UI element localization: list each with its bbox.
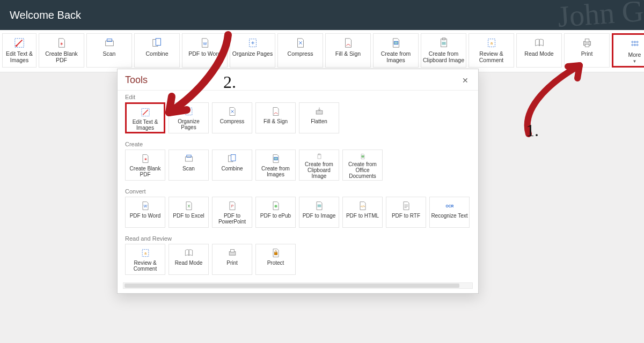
- card-recognize-text[interactable]: OCRRecognize Text: [429, 197, 470, 228]
- section-convert: Convert WPDF to Word XPDF to Excel PPDF …: [118, 185, 478, 232]
- svg-rect-3: [105, 41, 113, 46]
- pdf-to-word-icon: W: [199, 37, 211, 49]
- pdf-to-excel-icon: X: [183, 200, 195, 211]
- svg-rect-36: [318, 154, 320, 155]
- annotation-step-1: 1.: [526, 121, 539, 140]
- chevron-down-icon: ▼: [633, 59, 637, 64]
- flatten-icon: [313, 106, 325, 117]
- card-pdf-to-image[interactable]: PDF to Image: [299, 197, 339, 228]
- svg-rect-9: [394, 41, 398, 44]
- scan-icon: [103, 37, 116, 49]
- svg-point-23: [636, 44, 638, 46]
- pdf-to-html-icon: </>: [357, 200, 369, 211]
- card-organize-pages[interactable]: Organize Pages: [169, 102, 209, 133]
- svg-text:a: a: [144, 251, 147, 255]
- card-pdf-to-word[interactable]: WPDF to Word: [125, 197, 165, 228]
- blank-pdf-icon: ✶: [55, 37, 68, 49]
- tool-edit-text-images[interactable]: Edit Text & Images: [2, 33, 36, 68]
- section-edit: Edit Edit Text & Images Organize Pages C…: [118, 91, 478, 138]
- print-icon: [226, 248, 238, 258]
- create-images-icon: [270, 153, 282, 164]
- review-comment-icon: a: [140, 248, 151, 258]
- card-edit-text-images[interactable]: Edit Text & Images: [125, 102, 165, 133]
- card-compress[interactable]: Compress: [212, 102, 252, 133]
- card-fill-sign[interactable]: Fill & Sign: [255, 102, 296, 133]
- svg-text:a: a: [490, 41, 493, 46]
- svg-text:OCR: OCR: [445, 204, 453, 208]
- fill-sign-icon: [270, 106, 282, 117]
- svg-point-21: [632, 44, 633, 46]
- svg-rect-11: [442, 38, 445, 40]
- svg-text:X: X: [187, 204, 190, 208]
- popup-header: Tools ✕: [118, 69, 478, 91]
- card-create-from-clipboard[interactable]: Create from Clipboard Image: [299, 150, 339, 181]
- svg-rect-17: [585, 44, 589, 47]
- print-icon: [581, 37, 594, 49]
- office-doc-icon: [357, 153, 369, 160]
- svg-rect-28: [316, 110, 323, 114]
- tool-organize-pages[interactable]: Organize Pages: [230, 33, 275, 68]
- read-mode-icon: [533, 37, 546, 49]
- pdf-to-word-icon: W: [140, 200, 151, 211]
- svg-rect-27: [186, 108, 192, 115]
- card-flatten[interactable]: Flatten: [299, 102, 339, 133]
- card-pdf-to-rtf[interactable]: PDF to RTF: [386, 197, 426, 228]
- svg-text:P: P: [231, 204, 233, 208]
- popup-horizontal-scrollbar[interactable]: [123, 282, 473, 289]
- card-review-comment[interactable]: aReview & Comment: [125, 244, 165, 275]
- svg-rect-16: [585, 39, 589, 42]
- svg-point-20: [636, 41, 638, 43]
- svg-text:✶: ✶: [60, 41, 64, 47]
- tool-more[interactable]: More ▼: [612, 33, 644, 68]
- svg-rect-6: [156, 39, 160, 46]
- card-pdf-to-excel[interactable]: XPDF to Excel: [169, 197, 209, 228]
- card-scan[interactable]: Scan: [169, 150, 209, 181]
- scroll-thumb[interactable]: [125, 284, 459, 288]
- clipboard-image-icon: [437, 37, 450, 49]
- card-protect[interactable]: Protect: [255, 244, 296, 275]
- card-pdf-to-html[interactable]: </>PDF to HTML: [342, 197, 383, 228]
- svg-rect-49: [274, 252, 277, 255]
- svg-point-1: [16, 45, 18, 47]
- pdf-to-ppt-icon: P: [226, 200, 238, 211]
- tool-create-blank-pdf[interactable]: ✶ Create Blank PDF: [39, 33, 84, 68]
- card-pdf-to-epub[interactable]: PDF to ePub: [255, 197, 296, 228]
- tool-review-comment[interactable]: a Review & Comment: [469, 33, 514, 68]
- app-header: Welcome Back John Gle: [0, 0, 644, 30]
- svg-point-22: [634, 44, 635, 46]
- tool-print[interactable]: Print: [564, 33, 610, 68]
- card-read-mode[interactable]: Read Mode: [169, 244, 209, 275]
- tool-read-mode[interactable]: Read Mode: [516, 33, 562, 68]
- combine-icon: [151, 37, 164, 49]
- fill-sign-icon: [342, 37, 355, 49]
- card-create-blank-pdf[interactable]: ✶ Create Blank PDF: [125, 150, 165, 181]
- svg-text:✶: ✶: [143, 156, 147, 162]
- card-create-from-images[interactable]: Create from Images: [255, 150, 296, 181]
- svg-rect-12: [442, 42, 445, 45]
- svg-rect-48: [230, 249, 234, 252]
- pdf-to-rtf-icon: [400, 200, 412, 211]
- read-mode-icon: [183, 248, 195, 258]
- tool-compress[interactable]: Compress: [277, 33, 323, 68]
- tool-create-from-clipboard[interactable]: Create from Clipboard Image: [421, 33, 466, 68]
- svg-point-41: [274, 205, 277, 207]
- tool-scan[interactable]: Scan: [86, 33, 132, 68]
- compress-icon: [294, 37, 307, 49]
- card-pdf-to-powerpoint[interactable]: PPDF to PowerPoint: [212, 197, 252, 228]
- svg-point-18: [632, 41, 633, 43]
- pdf-to-epub-icon: [270, 200, 282, 211]
- tool-pdf-to-word[interactable]: W PDF to Word: [182, 33, 228, 68]
- card-create-from-office[interactable]: Create from Office Documents: [342, 150, 383, 181]
- popup-title: Tools: [125, 74, 148, 86]
- card-print[interactable]: Print: [212, 244, 252, 275]
- tool-create-from-images[interactable]: Create from Images: [373, 33, 419, 68]
- tool-fill-sign[interactable]: Fill & Sign: [325, 33, 371, 68]
- tool-combine[interactable]: Combine: [134, 33, 180, 68]
- card-combine[interactable]: Combine: [212, 150, 252, 181]
- compress-icon: [226, 106, 238, 117]
- create-images-icon: [390, 37, 402, 49]
- svg-rect-42: [317, 205, 321, 207]
- protect-icon: [270, 248, 282, 258]
- svg-text:W: W: [143, 204, 147, 208]
- close-button[interactable]: ✕: [460, 75, 471, 86]
